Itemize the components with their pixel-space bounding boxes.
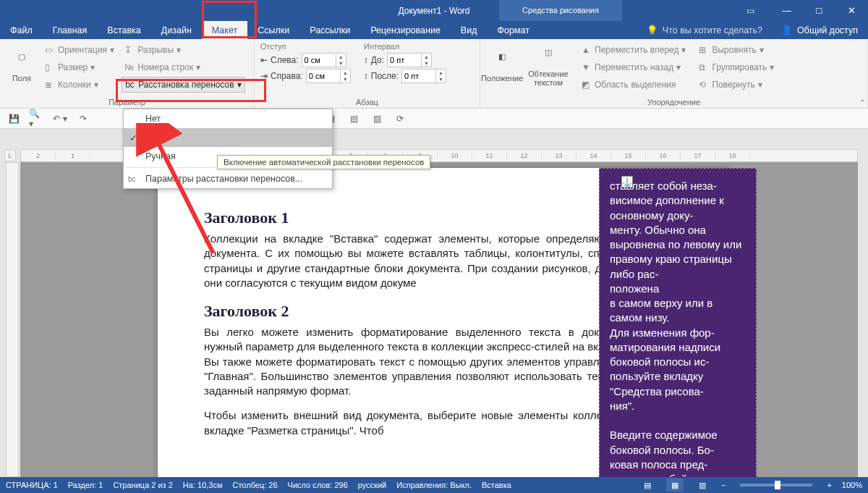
tell-me-placeholder: Что вы хотите сделать? xyxy=(663,25,762,35)
margins-label: Поля xyxy=(12,74,31,83)
status-page[interactable]: СТРАНИЦА: 1 xyxy=(6,481,58,489)
status-at[interactable]: На: 10,3см xyxy=(183,481,223,489)
send-backward-button[interactable]: ▼Переместить назад ▾ xyxy=(579,59,689,75)
status-section[interactable]: Раздел: 1 xyxy=(68,481,103,489)
tab-references[interactable]: Ссылки xyxy=(247,21,299,39)
tab-review[interactable]: Рецензирование xyxy=(360,21,451,39)
selection-pane-icon: ◩ xyxy=(582,80,592,90)
save-button[interactable]: 💾 xyxy=(6,111,22,127)
share-button[interactable]: 👤 Общий доступ xyxy=(771,21,868,39)
indent-right-input[interactable]: ▲▼ xyxy=(306,69,351,83)
spacing-after-input[interactable]: ▲▼ xyxy=(401,69,446,83)
tab-home[interactable]: Главная xyxy=(43,21,98,39)
align-button[interactable]: ⊞Выровнять ▾ xyxy=(696,42,777,58)
group-label-arrange: Упорядочение xyxy=(486,98,861,106)
position-icon: ◧ xyxy=(492,52,512,72)
zoom-out-button[interactable]: − xyxy=(721,481,726,489)
orientation-button[interactable]: ▭Ориентация ▾ xyxy=(42,42,117,58)
hyphenation-tooltip: Включение автоматической расстановки пер… xyxy=(217,155,430,169)
wrap-text-icon: ◫ xyxy=(538,48,558,68)
breaks-button[interactable]: ↧Разрывы ▾ xyxy=(122,42,245,58)
view-read-mode[interactable]: ▤ xyxy=(639,479,656,492)
close-icon[interactable]: ✕ xyxy=(835,0,868,21)
indent-left-input[interactable]: ▲▼ xyxy=(302,53,346,67)
tab-insert[interactable]: Вставка xyxy=(97,21,150,39)
breaks-label: Разрывы xyxy=(137,45,174,55)
status-bar: СТРАНИЦА: 1 Раздел: 1 Страница 2 из 2 На… xyxy=(0,477,868,493)
tab-view[interactable]: Вид xyxy=(451,21,488,39)
hyphenation-label: Расстановка переносов xyxy=(138,80,234,90)
tab-design[interactable]: Дизайн xyxy=(151,21,202,39)
zoom-percent[interactable]: 100% xyxy=(842,481,862,489)
selection-pane-button[interactable]: ◩Область выделения xyxy=(579,77,689,93)
document-area: Заголовок 1 Коллекции на вкладке "Вставк… xyxy=(20,162,858,477)
align-label: Выровнять xyxy=(712,45,756,55)
sidebar-content[interactable]: ставляет собой неза- висимое дополнение … xyxy=(610,179,746,477)
size-button[interactable]: ▯Размер ▾ xyxy=(42,59,117,75)
status-column[interactable]: Столбец: 26 xyxy=(233,481,278,489)
position-button[interactable]: ◧Положение xyxy=(486,42,518,93)
share-icon: 👤 xyxy=(781,25,793,35)
tab-layout[interactable]: Макет xyxy=(202,21,247,39)
hyphenation-icon: bc xyxy=(125,80,135,90)
group-label-paragraph: Абзац xyxy=(260,98,474,106)
zoom-slider[interactable] xyxy=(740,484,812,486)
vertical-ruler[interactable] xyxy=(6,162,19,477)
maximize-icon[interactable]: □ xyxy=(803,0,835,21)
redo-button[interactable]: ↷ xyxy=(75,111,91,127)
line-numbers-button[interactable]: №Номера строк ▾ xyxy=(122,59,245,75)
margins-button[interactable]: ▢ Поля xyxy=(6,42,38,93)
minimize-icon[interactable]: — xyxy=(770,0,803,21)
view-print-layout[interactable]: ▦ xyxy=(666,479,684,492)
group-icon: ⧉ xyxy=(699,62,709,72)
collapse-ribbon-icon[interactable]: ⌃ xyxy=(859,98,865,106)
hyphenation-button[interactable]: bcРасстановка переносов ▾ xyxy=(122,77,245,93)
hyphenation-auto[interactable]: ✓Авто xyxy=(124,128,332,147)
undo-button[interactable]: ↶ ▾ xyxy=(52,111,68,127)
view-web-layout[interactable]: ▥ xyxy=(694,479,711,492)
status-words[interactable]: Число слов: 296 xyxy=(288,481,348,489)
orientation-label: Ориентация xyxy=(58,45,107,55)
position-label: Положение xyxy=(481,74,523,83)
print-preview-button[interactable]: 🔍 ▾ xyxy=(29,111,45,127)
status-language[interactable]: русский xyxy=(358,481,386,489)
tab-mailings[interactable]: Рассылки xyxy=(299,21,360,39)
rotate-button[interactable]: ⟲Повернуть ▾ xyxy=(696,77,777,93)
wrap-text-button[interactable]: ◫Обтекание текстом xyxy=(525,42,571,93)
hyphenation-dropdown: Нет ✓Авто Ручная bcПараметры расстановки… xyxy=(123,109,333,189)
size-label: Размер xyxy=(58,62,88,72)
tab-format[interactable]: Формат xyxy=(487,21,539,39)
spacing-title: Интервал xyxy=(364,42,446,51)
zoom-in-button[interactable]: + xyxy=(827,481,831,489)
hyphenation-options[interactable]: bcПараметры расстановки переносов... xyxy=(124,169,332,188)
status-page-of[interactable]: Страница 2 из 2 xyxy=(113,481,172,489)
spacing-before-input[interactable]: ▲▼ xyxy=(387,53,432,67)
hyphenation-none[interactable]: Нет xyxy=(124,109,332,128)
group-page-setup: ▢ Поля ▭Ориентация ▾ ▯Размер ▾ ≣Колонки … xyxy=(0,39,255,108)
sidebar-textbox[interactable]: ⚓ ставляет собой неза- висимое дополнени… xyxy=(599,168,757,477)
layout-icon[interactable]: ▧ xyxy=(369,111,385,127)
spacing-after-label: После: xyxy=(371,71,399,81)
columns-button[interactable]: ≣Колонки ▾ xyxy=(42,77,117,93)
bring-forward-button[interactable]: ▲Переместить вперед ▾ xyxy=(579,42,689,58)
margins-icon: ▢ xyxy=(12,52,32,72)
ribbon-display-options-icon[interactable]: ▭ xyxy=(734,0,767,21)
status-insert-mode[interactable]: Вставка xyxy=(482,481,511,489)
tell-me-search[interactable]: 💡 Что вы хотите сделать? xyxy=(638,21,771,39)
group-label-page-setup: Параметр xyxy=(6,98,248,106)
tab-selector-icon[interactable]: L xyxy=(4,150,16,161)
ribbon-tabs: Файл Главная Вставка Дизайн Макет Ссылки… xyxy=(0,21,868,39)
spacing-after-icon: ↕ xyxy=(364,71,368,81)
spacing-before-label: До: xyxy=(371,55,384,65)
tab-file[interactable]: Файл xyxy=(0,21,43,39)
group-label: Группировать xyxy=(712,62,767,72)
group-objects-button[interactable]: ⧉Группировать ▾ xyxy=(696,59,777,75)
status-track-changes[interactable]: Исправления: Выкл. xyxy=(396,481,472,489)
columns-label: Колонки xyxy=(58,80,91,90)
breaks-icon: ↧ xyxy=(124,45,135,55)
window-title: Документ1 - Word xyxy=(398,6,469,16)
refresh-icon[interactable]: ⟳ xyxy=(392,111,408,127)
selection-pane-label: Область выделения xyxy=(595,80,676,90)
hyphenation-options-label: Параметры расстановки переносов... xyxy=(145,174,302,184)
grid-icon[interactable]: ▤ xyxy=(346,111,362,127)
